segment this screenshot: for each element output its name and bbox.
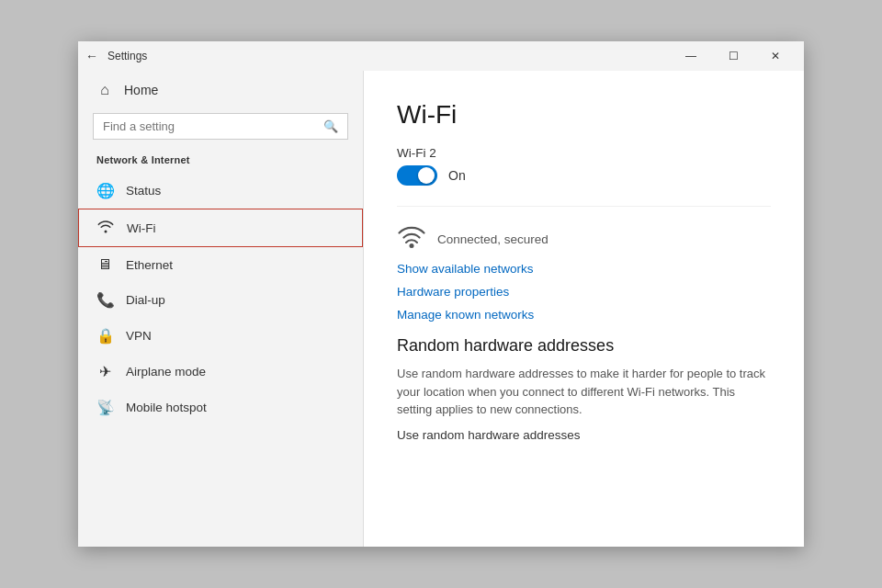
sidebar-item-label: Airplane mode	[126, 365, 206, 379]
sidebar-item-label: Wi-Fi	[127, 221, 155, 235]
hotspot-icon: 📡	[96, 399, 113, 416]
hardware-properties-link[interactable]: Hardware properties	[397, 285, 509, 299]
airplane-icon: ✈	[96, 363, 113, 380]
show-networks-link[interactable]: Show available networks	[397, 262, 534, 276]
sidebar-item-label: Ethernet	[126, 258, 173, 272]
search-icon: 🔍	[323, 119, 338, 133]
wifi-name: Wi-Fi 2	[397, 146, 771, 160]
ethernet-icon: 🖥	[96, 256, 113, 273]
back-button[interactable]: ←	[85, 49, 98, 63]
sidebar-item-vpn[interactable]: 🔒 VPN	[78, 318, 363, 354]
home-label: Home	[124, 83, 158, 97]
wifi-status-text: Connected, secured	[437, 232, 548, 246]
window-title: Settings	[107, 50, 670, 62]
sidebar-item-wifi[interactable]: Wi-Fi	[78, 209, 363, 247]
random-hw-heading: Random hardware addresses	[397, 336, 771, 356]
toggle-label: On	[448, 168, 466, 183]
sidebar-item-ethernet[interactable]: 🖥 Ethernet	[78, 247, 363, 282]
sidebar-item-label: Dial-up	[126, 293, 165, 307]
content-panel: Wi-Fi Wi-Fi 2 On Connected,	[363, 71, 804, 547]
sidebar: ⌂ Home 🔍 Network & Internet 🌐 Status	[78, 71, 363, 547]
wifi-signal-icon	[397, 223, 426, 254]
manage-known-networks-link[interactable]: Manage known networks	[397, 308, 534, 322]
search-input[interactable]	[103, 119, 318, 133]
wifi-toggle-row: On	[397, 165, 771, 186]
random-hw-body: Use random hardware addresses to make it…	[397, 365, 771, 419]
sidebar-item-status[interactable]: 🌐 Status	[78, 173, 363, 209]
sidebar-item-airplane[interactable]: ✈ Airplane mode	[78, 354, 363, 390]
titlebar: ← Settings — ☐ ✕	[78, 41, 804, 71]
vpn-icon: 🔒	[96, 327, 113, 345]
sidebar-item-dialup[interactable]: 📞 Dial-up	[78, 282, 363, 318]
sidebar-item-home[interactable]: ⌂ Home	[78, 71, 363, 109]
sidebar-section-title: Network & Internet	[78, 151, 363, 173]
wifi-toggle[interactable]	[397, 165, 437, 186]
close-button[interactable]: ✕	[754, 41, 797, 71]
sidebar-item-label: Status	[126, 184, 161, 198]
toggle-knob	[418, 167, 435, 184]
sidebar-item-hotspot[interactable]: 📡 Mobile hotspot	[78, 390, 363, 425]
sidebar-item-label: VPN	[126, 329, 152, 343]
settings-window: ← Settings — ☐ ✕ ⌂ Home 🔍 Network & Inte…	[78, 41, 804, 547]
wifi-icon	[97, 219, 114, 237]
wifi-status-row: Connected, secured	[397, 223, 771, 254]
page-title: Wi-Fi	[397, 100, 771, 130]
dialup-icon: 📞	[96, 291, 113, 309]
maximize-button[interactable]: ☐	[712, 41, 754, 71]
minimize-button[interactable]: —	[670, 41, 712, 71]
main-content: ⌂ Home 🔍 Network & Internet 🌐 Status	[78, 71, 804, 547]
divider	[397, 206, 771, 207]
home-icon: ⌂	[96, 82, 113, 98]
status-icon: 🌐	[96, 182, 113, 199]
search-box[interactable]: 🔍	[93, 113, 348, 140]
random-hw-label: Use random hardware addresses	[397, 428, 771, 442]
sidebar-item-label: Mobile hotspot	[126, 401, 207, 414]
window-controls: — ☐ ✕	[670, 41, 797, 71]
